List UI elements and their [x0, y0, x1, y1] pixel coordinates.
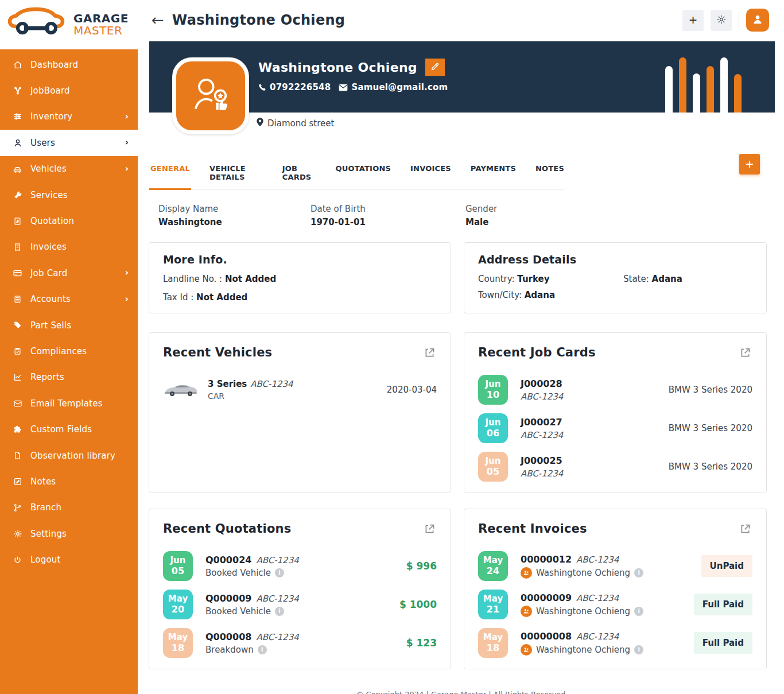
sidebar-item-invoices[interactable]: Invoices: [0, 234, 138, 260]
decorative-bars: [665, 57, 742, 113]
customer-icon: [521, 644, 532, 656]
quotation-row[interactable]: May20 Q000009ABC-1234 Booked Vehiclei $ …: [163, 590, 437, 619]
car-icon: [13, 164, 22, 174]
job-card-row[interactable]: Jun10 J000028 ABC-1234 BMW 3 Series 2020: [478, 375, 752, 405]
quotation-row[interactable]: Jun05 Q000024ABC-1234 Booked Vehiclei $ …: [163, 551, 437, 581]
sidebar-item-inventory[interactable]: Inventory ›: [0, 104, 138, 130]
sidebar-item-custom-fields[interactable]: Custom Fields: [0, 416, 138, 442]
profile-name: Washingtone Ochieng: [258, 60, 417, 75]
external-link-icon: [739, 528, 751, 537]
user-avatar-button[interactable]: [746, 9, 769, 32]
sidebar-item-observation-library[interactable]: Observation library: [0, 443, 138, 468]
chevron-right-icon: ›: [125, 113, 129, 121]
wrench-icon: [13, 190, 22, 200]
gender-label: Gender: [465, 204, 497, 214]
tab-job-cards[interactable]: JOB CARDS: [281, 157, 317, 190]
sidebar-item-logout[interactable]: Logout: [0, 546, 138, 572]
invoice-row[interactable]: May24 00000012ABC-1234 Washingtone Ochie…: [478, 551, 752, 581]
edit-profile-button[interactable]: [425, 59, 445, 76]
sidebar-item-users[interactable]: Users ›: [0, 130, 138, 156]
job-card-vehicle: BMW 3 Series 2020: [669, 462, 752, 472]
dob-label: Date of Birth: [311, 204, 465, 214]
customer-icon: [521, 567, 532, 579]
info-icon[interactable]: i: [275, 607, 284, 616]
sidebar-item-jobboard[interactable]: JobBoard: [0, 77, 138, 103]
sidebar-item-accounts[interactable]: Accounts ›: [0, 286, 138, 312]
file-icon: [13, 451, 22, 460]
invoice-plate: ABC-1234: [576, 593, 619, 603]
open-vehicles-button[interactable]: [422, 346, 437, 362]
recent-invoices-card: Recent Invoices May24 00000012ABC-1234 W…: [464, 509, 767, 669]
sidebar-item-reports[interactable]: Reports: [0, 365, 138, 390]
open-invoices-button[interactable]: [738, 522, 752, 538]
vehicle-list-item[interactable]: 3 SeriesABC-1234 CAR 2020-03-04: [163, 379, 437, 401]
tab-invoices[interactable]: INVOICES: [409, 157, 452, 190]
tab-notes[interactable]: NOTES: [534, 157, 565, 190]
info-icon[interactable]: i: [634, 645, 643, 654]
recent-vehicles-card: Recent Vehicles 3 SeriesA: [149, 332, 451, 493]
sidebar-item-dashboard[interactable]: Dashboard: [0, 52, 138, 77]
settings-button[interactable]: [711, 10, 732, 31]
tag-icon: [13, 320, 22, 330]
brand-line2: MASTER: [73, 25, 129, 37]
add-record-button[interactable]: +: [739, 154, 760, 175]
landline-value: Not Added: [225, 274, 276, 284]
sidebar-item-compliances[interactable]: Compliances: [0, 338, 138, 364]
sidebar-item-branch[interactable]: Branch: [0, 495, 138, 521]
invoice-customer: Washingtone Ochieng: [536, 645, 630, 655]
sidebar-item-email-templates[interactable]: Email Templates: [0, 390, 138, 416]
gear-icon: [13, 529, 22, 538]
sidebar-item-notes[interactable]: Notes: [0, 468, 138, 494]
tab-quotations[interactable]: QUOTATIONS: [334, 157, 392, 190]
recent-job-cards-title: Recent Job Cards: [478, 346, 596, 359]
invoice-row[interactable]: May18 00000008ABC-1234 Washingtone Ochie…: [478, 628, 752, 658]
date-badge: Jun10: [478, 375, 508, 405]
sidebar-item-quotation[interactable]: Quotation: [0, 208, 138, 234]
file-dollar-icon: [13, 216, 22, 226]
sidebar-item-services[interactable]: Services: [0, 182, 138, 208]
topbar: ← Washingtone Ochieng +: [138, 0, 784, 40]
tab-general[interactable]: GENERAL: [149, 157, 191, 190]
vehicle-date: 2020-03-04: [387, 385, 437, 395]
garage-master-logo-icon: [7, 7, 69, 42]
chevron-right-icon: ›: [125, 138, 129, 147]
calculator-icon: [13, 294, 22, 304]
back-button[interactable]: ←: [152, 13, 164, 28]
info-icon[interactable]: i: [634, 568, 643, 577]
invoice-id: 00000008: [521, 631, 572, 642]
sidebar-item-settings[interactable]: Settings: [0, 521, 138, 546]
info-icon[interactable]: i: [275, 568, 284, 577]
brand-logo[interactable]: GARAGE MASTER: [0, 0, 138, 49]
tab-payments[interactable]: PAYMENTS: [469, 157, 517, 190]
receipt-icon: [13, 242, 22, 252]
job-card-row[interactable]: Jun05 J000025 ABC-1234 BMW 3 Series 2020: [478, 452, 752, 482]
sidebar-item-job-card[interactable]: Job Card ›: [0, 260, 138, 286]
sidebar-item-part-sells[interactable]: Part Sells: [0, 312, 138, 338]
sidebar-item-label: Compliances: [30, 346, 87, 356]
invoice-id: 00000009: [521, 592, 572, 603]
sidebar-item-label: Services: [30, 190, 68, 200]
invoice-plate: ABC-1234: [576, 631, 619, 642]
invoice-row[interactable]: May21 00000009ABC-1234 Washingtone Ochie…: [478, 590, 752, 619]
quotation-row[interactable]: May18 Q000008ABC-1234 Breakdowni $ 123: [163, 628, 437, 658]
date-badge: May18: [478, 628, 508, 658]
more-info-card: More Info. Landline No. : Not Added Tax …: [149, 242, 451, 313]
add-button[interactable]: +: [682, 10, 704, 31]
city-field: Town/City: Adana: [478, 290, 623, 300]
power-icon: [13, 555, 22, 565]
tab-vehicle-details[interactable]: VEHICLE DETAILS: [208, 157, 264, 190]
sidebar-item-label: Invoices: [30, 242, 67, 252]
info-icon[interactable]: i: [258, 645, 267, 654]
info-icon[interactable]: i: [634, 607, 643, 616]
profile-tabs: GENERAL VEHICLE DETAILS JOB CARDS QUOTAT…: [149, 157, 565, 190]
profile-address-row: Diamond street: [257, 118, 784, 129]
share-nodes-icon: [13, 86, 22, 96]
general-info: Display Name Washingtone Date of Birth 1…: [138, 190, 784, 227]
job-card-row[interactable]: Jun06 J000027 ABC-1234 BMW 3 Series 2020: [478, 413, 752, 443]
sidebar-item-vehicles[interactable]: Vehicles ›: [0, 156, 138, 182]
open-job-cards-button[interactable]: [738, 346, 752, 362]
display-name-value: Washingtone: [158, 217, 311, 227]
sidebar-nav: Dashboard JobBoard Inventory › Users › V…: [0, 49, 138, 573]
sidebar-item-label: Part Sells: [30, 320, 71, 331]
open-quotations-button[interactable]: [422, 522, 437, 538]
